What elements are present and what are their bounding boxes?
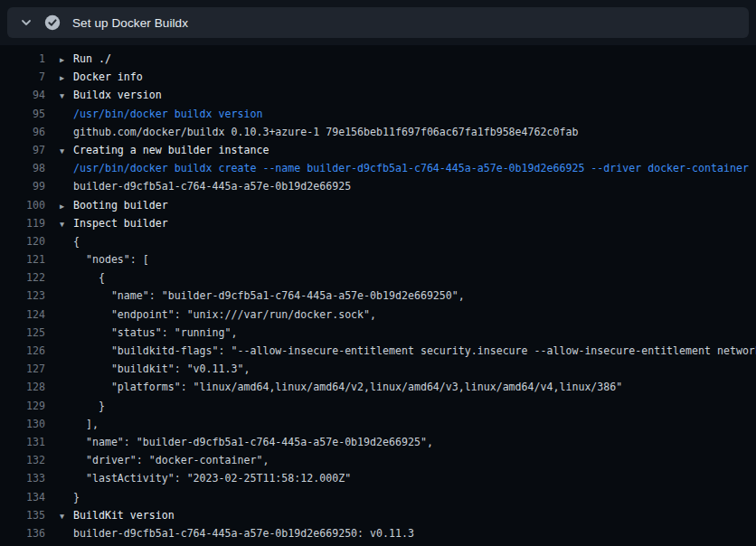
line-number-link[interactable]: 97 [0, 141, 45, 159]
log-output-text: "lastActivity": "2023-02-25T11:58:12.000… [73, 469, 351, 487]
log-line: 95/usr/bin/docker buildx version [0, 105, 756, 123]
line-number-link[interactable]: 135 [0, 506, 45, 524]
log-line: 130 ], [0, 415, 756, 433]
log-output-text: builder-d9cfb5a1-c764-445a-a57e-0b19d2e6… [73, 177, 351, 195]
log-line: 120{ [0, 232, 756, 250]
log-output-text: { [73, 232, 80, 250]
log-line: 96github.com/docker/buildx 0.10.3+azure-… [0, 123, 756, 141]
line-number-link[interactable]: 122 [0, 268, 45, 287]
log-output-text: } [73, 397, 105, 415]
log-output-text: "buildkitd-flags": "--allow-insecure-ent… [73, 342, 756, 360]
step-title: Set up Docker Buildx [72, 16, 188, 30]
triangle-expanded-icon: ▼ [60, 507, 73, 525]
line-number-link[interactable]: 136 [0, 524, 45, 542]
log-line: 99builder-d9cfb5a1-c764-445a-a57e-0b19d2… [0, 177, 756, 195]
line-number-link[interactable]: 98 [0, 159, 45, 177]
log-line: 123 "name": "builder-d9cfb5a1-c764-445a-… [0, 287, 756, 305]
line-number-link[interactable]: 94 [0, 86, 45, 104]
log-group-title: Inspect builder [73, 214, 168, 232]
line-number-link[interactable]: 119 [0, 214, 45, 232]
line-number-link[interactable]: 134 [0, 488, 45, 506]
log-line: 134} [0, 488, 756, 506]
log-line: 124 "endpoint": "unix:///var/run/docker.… [0, 306, 756, 324]
line-number-link[interactable]: 100 [0, 196, 45, 214]
log-group-row[interactable]: 97▼Creating a new builder instance [0, 141, 756, 159]
log-group-row[interactable]: 94▼Buildx version [0, 86, 756, 104]
triangle-expanded-icon: ▼ [60, 215, 73, 233]
line-number-link[interactable]: 124 [0, 306, 45, 324]
line-number-link[interactable]: 123 [0, 287, 45, 305]
log-line: 128 "platforms": "linux/amd64,linux/amd6… [0, 378, 756, 396]
log-group-title: Creating a new builder instance [73, 141, 269, 159]
log-output-text: "driver": "docker-container", [73, 451, 269, 469]
triangle-collapsed-icon: ▶ [60, 51, 73, 69]
log-group-title: Buildx version [73, 86, 162, 104]
log-line: 122 { [0, 268, 756, 287]
log-group-title: BuildKit version [73, 506, 175, 524]
log-group-title: Run ./ [73, 50, 111, 68]
log-output-text: "status": "running", [73, 324, 237, 342]
line-number-link[interactable]: 125 [0, 324, 45, 342]
line-number-link[interactable]: 99 [0, 177, 45, 195]
log-output-text: builder-d9cfb5a1-c764-445a-a57e-0b19d2e6… [73, 524, 414, 542]
line-number-link[interactable]: 127 [0, 360, 45, 378]
log-line: 125 "status": "running", [0, 324, 756, 342]
log-output-text: github.com/docker/buildx 0.10.3+azure-1 … [73, 123, 578, 141]
log-output-text: "nodes": [ [73, 250, 149, 268]
line-number-link[interactable]: 126 [0, 342, 45, 360]
log-line: 121 "nodes": [ [0, 250, 756, 268]
check-circle-icon [44, 14, 61, 31]
line-number-link[interactable]: 96 [0, 123, 45, 141]
line-number-link[interactable]: 130 [0, 415, 45, 433]
log-group-title: Booting builder [73, 196, 168, 214]
log-output-text: "endpoint": "unix:///var/run/docker.sock… [73, 306, 376, 324]
line-number-link[interactable]: 131 [0, 433, 45, 451]
log-line: 132 "driver": "docker-container", [0, 451, 756, 469]
log-command-text: /usr/bin/docker buildx version [73, 105, 262, 123]
step-header[interactable]: Set up Docker Buildx [7, 7, 749, 38]
log-output-text: "name": "builder-d9cfb5a1-c764-445a-a57e… [73, 287, 465, 305]
log-output-text: "buildkit": "v0.11.3", [73, 360, 250, 378]
line-number-link[interactable]: 1 [0, 50, 45, 68]
line-number-link[interactable]: 121 [0, 250, 45, 268]
line-number-link[interactable]: 128 [0, 378, 45, 396]
line-number-link[interactable]: 95 [0, 105, 45, 123]
log-group-title: Docker info [73, 68, 143, 86]
log-group-row[interactable]: 119▼Inspect builder [0, 214, 756, 232]
log-output-text: "platforms": "linux/amd64,linux/amd64/v2… [73, 378, 622, 396]
log-line: 98/usr/bin/docker buildx create --name b… [0, 159, 756, 177]
line-number-link[interactable]: 132 [0, 451, 45, 469]
line-number-link[interactable]: 120 [0, 232, 45, 250]
chevron-down-icon[interactable] [20, 16, 33, 29]
log-line: 126 "buildkitd-flags": "--allow-insecure… [0, 342, 756, 360]
triangle-expanded-icon: ▼ [60, 142, 73, 160]
triangle-collapsed-icon: ▶ [60, 197, 73, 215]
line-number-link[interactable]: 7 [0, 68, 45, 86]
log-group-row[interactable]: 1▶Run ./ [0, 50, 756, 68]
log-group-row[interactable]: 135▼BuildKit version [0, 506, 756, 524]
line-number-link[interactable]: 129 [0, 397, 45, 415]
log-group-row[interactable]: 100▶Booting builder [0, 196, 756, 214]
log-line: 129 } [0, 397, 756, 415]
log-line: 133 "lastActivity": "2023-02-25T11:58:12… [0, 469, 756, 487]
log-output-text: { [73, 268, 105, 287]
log-line: 136builder-d9cfb5a1-c764-445a-a57e-0b19d… [0, 524, 756, 542]
line-number-link[interactable]: 133 [0, 469, 45, 487]
log-line: 131 "name": "builder-d9cfb5a1-c764-445a-… [0, 433, 756, 451]
log-output-text: "name": "builder-d9cfb5a1-c764-445a-a57e… [73, 433, 433, 451]
log-group-row[interactable]: 7▶Docker info [0, 68, 756, 86]
log-command-text: /usr/bin/docker buildx create --name bui… [73, 159, 749, 177]
log-output-text: ], [73, 415, 99, 433]
log-output-text: } [73, 488, 80, 506]
triangle-expanded-icon: ▼ [60, 87, 73, 105]
log-line: 127 "buildkit": "v0.11.3", [0, 360, 756, 378]
log-viewer: 1▶Run ./7▶Docker info94▼Buildx version95… [0, 45, 756, 542]
triangle-collapsed-icon: ▶ [60, 69, 73, 87]
